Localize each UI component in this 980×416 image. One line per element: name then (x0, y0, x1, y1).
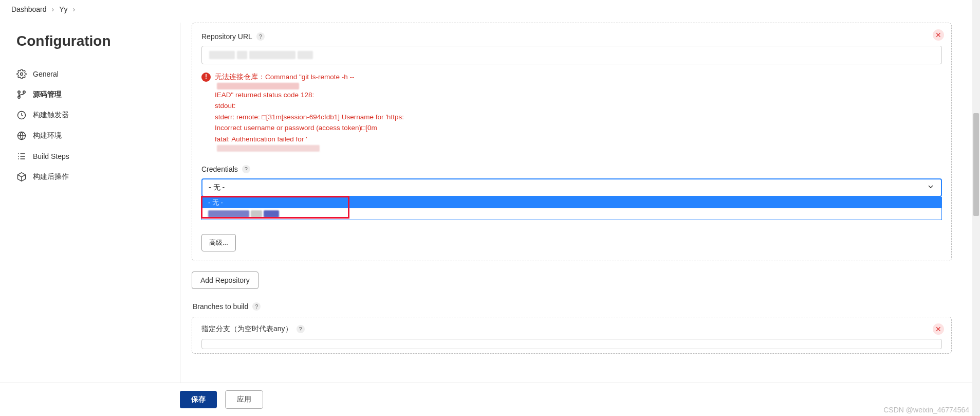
steps-icon (16, 151, 27, 161)
sidebar-item-post-build[interactable]: 构建后操作 (16, 167, 163, 187)
globe-icon (16, 131, 27, 141)
clock-icon (16, 110, 27, 120)
chevron-down-icon (927, 183, 935, 192)
svg-point-0 (21, 73, 23, 76)
sidebar: Configuration General 源码管理 构建触发器 (0, 19, 180, 383)
sidebar-item-label: Build Steps (33, 152, 69, 160)
breadcrumb-item-dashboard[interactable]: Dashboard (11, 5, 47, 13)
repository-url-label: Repository URL (201, 32, 252, 41)
chevron-right-icon: › (73, 5, 76, 13)
branch-specifier-section: ✕ 指定分支（为空时代表any） ? (192, 317, 952, 354)
advanced-button[interactable]: 高级... (201, 234, 236, 251)
credentials-label: Credentials (201, 165, 238, 173)
sidebar-item-build-steps[interactable]: Build Steps (16, 146, 163, 167)
watermark: CSDN @weixin_46774564 (883, 406, 969, 414)
svg-point-3 (18, 96, 20, 98)
help-icon[interactable]: ? (256, 32, 265, 41)
credentials-option-1[interactable] (202, 208, 941, 220)
error-icon: ! (201, 73, 211, 82)
branch-specifier-label: 指定分支（为空时代表any） (201, 324, 292, 334)
sidebar-item-label: 构建触发器 (33, 111, 69, 120)
help-icon[interactable]: ? (252, 302, 261, 311)
box-icon (16, 172, 27, 182)
scrollbar[interactable] (972, 0, 980, 416)
sidebar-item-scm[interactable]: 源码管理 (16, 84, 163, 105)
credentials-dropdown: - 无 - (201, 197, 942, 220)
sidebar-item-build-env[interactable]: 构建环境 (16, 125, 163, 146)
page-title: Configuration (16, 33, 163, 49)
breadcrumb-item-yy[interactable]: Yy (59, 5, 67, 13)
scrollbar-thumb[interactable] (973, 113, 979, 216)
sidebar-item-label: 构建后操作 (33, 172, 69, 182)
sidebar-item-general[interactable]: General (16, 64, 163, 84)
apply-button[interactable]: 应用 (225, 390, 263, 409)
sidebar-item-label: 源码管理 (33, 90, 62, 99)
repository-url-input[interactable] (201, 46, 942, 64)
credentials-select-wrap: - 无 - - 无 - (201, 178, 942, 197)
credentials-value: - 无 - (209, 183, 225, 192)
sidebar-item-label: General (33, 70, 59, 78)
help-icon[interactable]: ? (242, 165, 250, 173)
add-repository-button[interactable]: Add Repository (192, 272, 258, 289)
credentials-option-none[interactable]: - 无 - (202, 197, 941, 208)
help-icon[interactable]: ? (297, 325, 305, 333)
sidebar-item-label: 构建环境 (33, 131, 62, 140)
breadcrumb: Dashboard › Yy › (0, 0, 972, 19)
svg-point-2 (23, 91, 25, 93)
bottom-action-bar: 保存 应用 CSDN @weixin_46774564 (0, 383, 972, 416)
repository-section: ✕ Repository URL ? ! 无法连接仓库：Command "git… (192, 23, 952, 261)
branches-to-build-label: Branches to build (193, 302, 248, 311)
branch-specifier-input[interactable] (201, 339, 942, 349)
save-button[interactable]: 保存 (180, 391, 217, 408)
gear-icon (16, 69, 27, 79)
chevron-right-icon: › (52, 5, 54, 13)
main-content: ✕ Repository URL ? ! 无法连接仓库：Command "git… (180, 23, 972, 383)
error-message: ! 无法连接仓库：Command "git ls-remote -h --IEA… (201, 71, 942, 152)
remove-branch-button[interactable]: ✕ (933, 323, 944, 335)
svg-point-1 (18, 91, 20, 93)
sidebar-item-triggers[interactable]: 构建触发器 (16, 105, 163, 125)
remove-repository-button[interactable]: ✕ (933, 29, 944, 41)
branch-icon (16, 89, 27, 100)
credentials-select[interactable]: - 无 - (201, 178, 942, 197)
